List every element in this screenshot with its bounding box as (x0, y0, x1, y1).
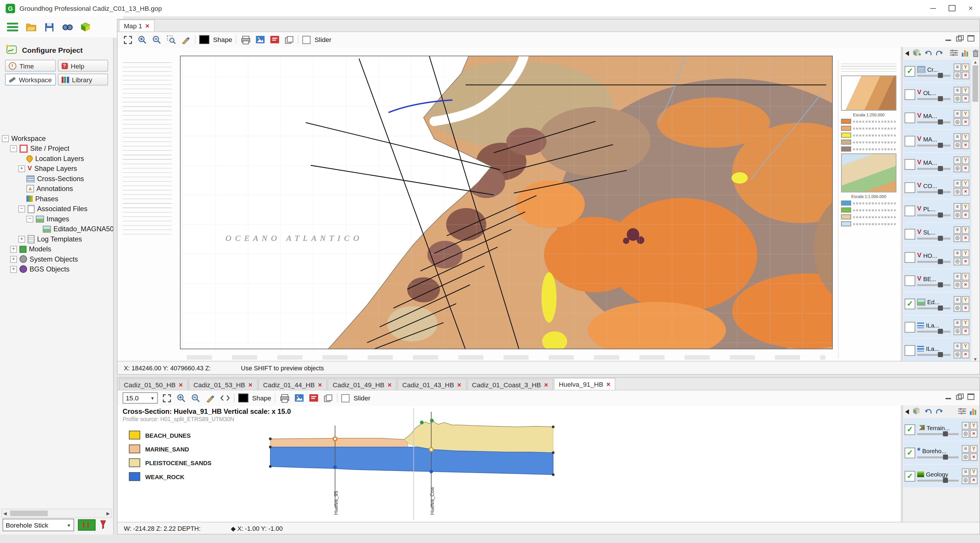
layer-filter-button[interactable] (962, 133, 969, 140)
layer-filter-button[interactable] (962, 226, 969, 234)
close-icon[interactable] (248, 381, 253, 388)
redo-icon[interactable] (935, 49, 943, 58)
layer-filter-button[interactable] (962, 110, 969, 117)
layer-zoom-to-button[interactable] (954, 304, 961, 311)
slider-knob-icon[interactable] (938, 235, 943, 240)
layer-row[interactable]: BE... (903, 269, 970, 292)
layer-legend-button[interactable] (954, 342, 961, 350)
layer-chart-icon[interactable] (969, 408, 977, 416)
zoom-extent-icon[interactable] (123, 34, 133, 45)
tree-expander-icon[interactable] (18, 156, 24, 161)
tree-item[interactable]: − Images (0, 214, 113, 224)
layer-opacity-slider[interactable] (917, 191, 950, 193)
layer-row[interactable]: PL... (903, 199, 970, 222)
layer-visibility-checkbox[interactable] (904, 205, 915, 216)
layer-legend-button[interactable] (962, 445, 969, 452)
layer-opacity-slider[interactable] (917, 121, 950, 123)
open-project-icon[interactable] (24, 21, 37, 33)
layer-zoom-to-button[interactable] (954, 211, 961, 218)
layer-filter-button[interactable] (962, 86, 969, 94)
layer-legend-button[interactable] (954, 296, 961, 303)
layer-visibility-checkbox[interactable] (904, 89, 915, 100)
tree-item[interactable]: + BGS Objects (0, 264, 113, 274)
layer-filter-button[interactable] (962, 296, 969, 303)
section-tab[interactable]: Huelva_91_HB (554, 378, 615, 390)
layer-zoom-to-button[interactable] (954, 258, 961, 265)
export-pdf-icon[interactable] (308, 393, 319, 403)
layer-opacity-slider[interactable] (917, 237, 950, 239)
layer-row[interactable]: Ed... (903, 292, 970, 315)
pane-maximize-icon[interactable] (967, 35, 974, 42)
zoom-in-icon[interactable] (137, 34, 148, 45)
layer-settings-icon[interactable] (958, 408, 966, 416)
tree-item[interactable]: Editado_MAGNA50_10... (0, 224, 113, 234)
layer-zoom-to-button[interactable] (954, 327, 961, 335)
style-brush-icon[interactable] (205, 393, 216, 403)
pane-minimize-icon[interactable] (945, 35, 952, 42)
layer-filter-button[interactable] (962, 249, 969, 257)
scrollbar-thumb[interactable] (10, 511, 48, 516)
layer-visibility-checkbox[interactable] (904, 447, 915, 458)
cross-section-canvas[interactable]: Cross-Section: Huelva_91_HB Vertical sca… (118, 406, 901, 522)
pane-maximize-icon[interactable] (967, 394, 974, 400)
layer-zoom-to-button[interactable] (962, 476, 969, 484)
tree-expander-icon[interactable] (18, 196, 24, 202)
tree-expander-icon[interactable]: − (27, 215, 33, 222)
slider-knob-icon[interactable] (938, 259, 943, 264)
layer-remove-button[interactable] (962, 350, 969, 358)
slider-knob-icon[interactable] (938, 328, 943, 333)
layer-legend-button[interactable] (954, 203, 961, 210)
layer-zoom-to-button[interactable] (954, 350, 961, 358)
configure-project-button[interactable]: Configure Project (5, 44, 108, 56)
save-project-icon[interactable] (43, 21, 56, 33)
zoom-in-icon[interactable] (176, 393, 187, 403)
section-tab[interactable]: Cadiz_01_43_HB (398, 379, 466, 390)
close-icon[interactable] (544, 381, 548, 388)
layer-filter-button[interactable] (962, 273, 969, 280)
borehole-style-select[interactable]: Borehole Stick ▼ (3, 519, 74, 531)
layer-legend-button[interactable] (954, 273, 961, 280)
layer-opacity-slider[interactable] (917, 479, 958, 481)
tree-expander-icon[interactable]: + (18, 165, 25, 172)
sidebar-nav-button[interactable]: Workspace (5, 73, 56, 86)
layer-settings-icon[interactable] (950, 49, 958, 58)
layer-opacity-slider[interactable] (917, 330, 950, 332)
window-minimize-button[interactable] (923, 0, 942, 16)
layer-opacity-slider[interactable] (917, 74, 950, 76)
layer-row[interactable]: Terrain... (903, 418, 979, 441)
layer-remove-button[interactable] (962, 211, 969, 218)
scrollbar-thumb[interactable] (972, 65, 978, 102)
undo-icon[interactable] (924, 49, 932, 58)
menu-icon[interactable] (6, 21, 19, 33)
window-maximize-button[interactable] (942, 0, 961, 16)
close-icon[interactable] (457, 381, 461, 388)
shape-color-swatch[interactable] (238, 394, 248, 403)
slider-knob-icon[interactable] (943, 454, 948, 459)
tree-item[interactable]: − Workspace (0, 133, 113, 143)
layer-filter-button[interactable] (962, 203, 969, 210)
export-pdf-icon[interactable] (269, 34, 280, 45)
slider-knob-icon[interactable] (938, 166, 943, 170)
close-icon[interactable] (179, 381, 183, 388)
layer-row[interactable]: MA... (903, 106, 970, 129)
copy-view-icon[interactable] (284, 34, 294, 45)
layer-opacity-slider[interactable] (917, 214, 950, 216)
layer-opacity-slider[interactable] (917, 284, 950, 285)
layer-opacity-slider[interactable] (917, 144, 950, 146)
undo-icon[interactable] (924, 407, 932, 416)
layer-row[interactable]: SL... (903, 223, 970, 245)
layer-filter-button[interactable] (962, 63, 969, 71)
layer-legend-button[interactable] (954, 110, 961, 117)
layer-visibility-checkbox[interactable] (904, 229, 915, 239)
redo-icon[interactable] (935, 407, 943, 416)
layer-filter-button[interactable] (970, 422, 978, 429)
section-tab[interactable]: Cadiz_01_49_HB (328, 379, 397, 390)
pane-minimize-icon[interactable] (945, 394, 952, 400)
shape-color-swatch[interactable] (199, 35, 209, 44)
tree-item[interactable]: Cross-Sections (0, 174, 113, 183)
scroll-up-icon[interactable]: ▲ (973, 60, 977, 64)
layer-zoom-to-button[interactable] (954, 164, 961, 172)
layer-row[interactable]: Geology (903, 465, 979, 487)
layer-visibility-checkbox[interactable] (904, 135, 915, 146)
tree-item[interactable]: + System Objects (0, 254, 113, 264)
